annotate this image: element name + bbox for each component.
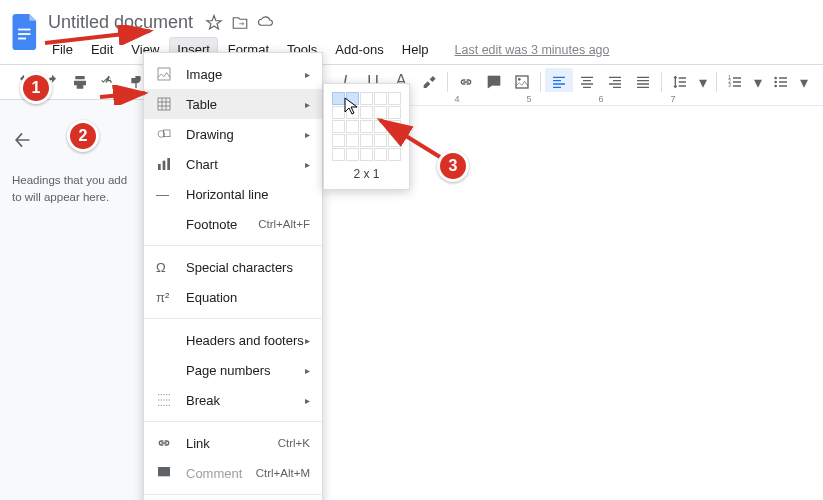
menu-file[interactable]: File [44, 37, 81, 62]
hline-icon: — [156, 187, 176, 202]
comment-icon [156, 465, 176, 481]
insert-comment: CommentCtrl+Alt+M [144, 458, 322, 488]
svg-rect-11 [158, 68, 170, 80]
svg-rect-15 [158, 164, 161, 170]
insert-horizontal-line[interactable]: —Horizontal line [144, 179, 322, 209]
callout-1: 1 [20, 72, 52, 104]
drawing-icon [156, 126, 176, 142]
svg-rect-3 [516, 76, 528, 88]
cursor-icon [344, 97, 360, 117]
print-button[interactable] [66, 68, 94, 96]
menu-edit[interactable]: Edit [83, 37, 121, 62]
svg-point-9 [774, 81, 777, 84]
svg-point-4 [518, 78, 521, 81]
document-title[interactable]: Untitled document [44, 10, 197, 35]
svg-point-13 [158, 131, 165, 138]
last-edit-link[interactable]: Last edit was 3 minutes ago [455, 43, 610, 57]
move-icon[interactable] [231, 14, 249, 32]
svg-rect-2 [18, 38, 26, 40]
insert-link[interactable]: LinkCtrl+K [144, 428, 322, 458]
svg-point-8 [774, 77, 777, 80]
svg-rect-16 [163, 161, 166, 170]
spellcheck-button[interactable] [94, 68, 122, 96]
callout-3: 3 [437, 150, 469, 182]
table-size-picker[interactable]: 2 x 1 [323, 83, 410, 190]
insert-break[interactable]: Break▸ [144, 385, 322, 415]
svg-text:3: 3 [728, 83, 731, 88]
svg-rect-1 [18, 33, 30, 35]
chart-icon [156, 156, 176, 172]
insert-table[interactable]: Table▸ [144, 89, 322, 119]
insert-drawing[interactable]: Drawing▸ [144, 119, 322, 149]
callout-2: 2 [67, 120, 99, 152]
image-icon [156, 66, 176, 82]
insert-chart[interactable]: Chart▸ [144, 149, 322, 179]
table-size-label: 2 x 1 [332, 167, 401, 181]
insert-special-chars[interactable]: ΩSpecial characters [144, 252, 322, 282]
menu-addons[interactable]: Add-ons [327, 37, 391, 62]
svg-point-10 [774, 85, 777, 88]
svg-rect-17 [167, 158, 170, 170]
outline-pane: Headings that you add to will appear her… [0, 100, 145, 500]
insert-page-numbers[interactable]: Page numbers▸ [144, 355, 322, 385]
insert-headers-footers[interactable]: Headers and footers▸ [144, 325, 322, 355]
table-icon [156, 96, 176, 112]
pi-icon: π² [156, 290, 176, 305]
link-icon [156, 435, 176, 451]
svg-rect-18 [158, 467, 170, 476]
outline-placeholder: Headings that you add to will appear her… [12, 172, 133, 207]
star-icon[interactable] [205, 14, 223, 32]
cloud-status-icon[interactable] [257, 14, 275, 32]
insert-image[interactable]: Image▸ [144, 59, 322, 89]
insert-menu-dropdown: Image▸ Table▸ Drawing▸ Chart▸ —Horizonta… [143, 52, 323, 500]
svg-rect-12 [158, 98, 170, 110]
omega-icon: Ω [156, 260, 176, 275]
insert-footnote[interactable]: FootnoteCtrl+Alt+F [144, 209, 322, 239]
docs-logo[interactable] [8, 8, 44, 56]
break-icon [156, 392, 176, 408]
menu-help[interactable]: Help [394, 37, 437, 62]
svg-rect-0 [18, 29, 30, 31]
insert-equation[interactable]: π²Equation [144, 282, 322, 312]
